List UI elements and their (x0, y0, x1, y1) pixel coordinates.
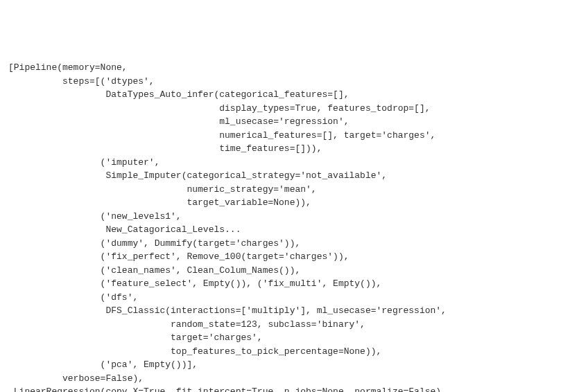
code-line: ('imputer', (8, 157, 159, 168)
code-line: LinearRegression(copy_X=True, fit_interc… (8, 386, 447, 392)
code-line: ('new_levels1', (8, 211, 182, 222)
code-line: ('pca', Empty())], (8, 359, 198, 370)
code-line: display_types=True, features_todrop=[], (8, 103, 431, 114)
code-line: target='charges', (8, 332, 263, 343)
code-line: numerical_features=[], target='charges', (8, 130, 435, 141)
code-line: steps=[('dtypes', (8, 76, 155, 87)
code-line: ('fix_perfect', Remove_100(target='charg… (8, 251, 349, 262)
code-line: top_features_to_pick_percentage=None)), (8, 346, 381, 357)
code-line: ('dfs', (8, 292, 138, 303)
code-line: ('feature_select', Empty()), ('fix_multi… (8, 278, 381, 289)
code-line: time_features=[])), (8, 143, 322, 154)
code-line: ('clean_names', Clean_Colum_Names()), (8, 265, 300, 276)
code-line: ('dummy', Dummify(target='charges')), (8, 238, 300, 249)
code-line: random_state=123, subclass='binary', (8, 319, 365, 330)
code-line: New_Catagorical_Levels... (8, 224, 241, 235)
code-line: Simple_Imputer(categorical_strategy='not… (8, 170, 387, 181)
code-output-block: [Pipeline(memory=None, steps=[('dtypes',… (8, 61, 562, 392)
code-line: DataTypes_Auto_infer(categorical_feature… (8, 89, 349, 100)
code-line: ml_usecase='regression', (8, 116, 349, 127)
code-line: numeric_strategy='mean', (8, 184, 317, 195)
code-line: verbose=False), (8, 373, 144, 384)
code-line: DFS_Classic(interactions=['multiply'], m… (8, 305, 447, 316)
code-line: [Pipeline(memory=None, (8, 62, 128, 73)
code-line: target_variable=None)), (8, 197, 311, 208)
